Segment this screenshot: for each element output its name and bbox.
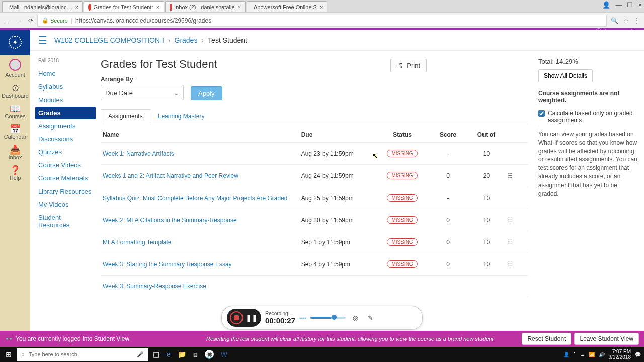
coursenav-item[interactable]: Home xyxy=(35,67,96,80)
breadcrumb-course[interactable]: W102 COLLEGE COMPOSITION I xyxy=(54,36,164,44)
col-due[interactable]: Due xyxy=(299,127,376,143)
outof-cell: 10 xyxy=(467,209,506,231)
score-cell: - xyxy=(429,143,467,165)
nav-inbox[interactable]: 📥Inbox xyxy=(0,141,30,162)
reset-student-button[interactable]: Reset Student xyxy=(522,333,571,345)
coursenav-item[interactable]: Course Videos xyxy=(35,159,96,171)
close-window-icon[interactable]: × xyxy=(638,1,642,9)
avatar-icon xyxy=(9,59,21,71)
tray-volume-icon[interactable]: 🔊 xyxy=(599,352,605,357)
reload-icon[interactable]: ⟳ xyxy=(28,17,33,24)
task-view-icon[interactable]: ◫ xyxy=(153,350,159,358)
print-button[interactable]: 🖨Print xyxy=(390,59,427,72)
table-row: Week 2: MLA Citations in the Summary-Res… xyxy=(101,209,528,231)
taskbar-search[interactable]: ○ Type here to search 🎤 xyxy=(17,348,148,361)
record-pause-button[interactable]: ❚❚ xyxy=(245,311,258,324)
tab-learning-mastery[interactable]: Learning Mastery xyxy=(150,109,212,123)
microphone-icon[interactable]: 🎤 xyxy=(137,351,144,358)
browser-tab[interactable]: Apowersoft Free Online S× xyxy=(247,1,327,12)
tray-notifications-icon[interactable]: 💬 xyxy=(635,352,641,357)
details-icon[interactable]: ☵ xyxy=(507,239,513,246)
tray-wifi-icon[interactable]: 📶 xyxy=(589,352,595,357)
browser-tab[interactable]: Mail - ndaniels@lorainc…× xyxy=(2,1,83,12)
col-outof[interactable]: Out of xyxy=(467,127,506,143)
nav-calendar[interactable]: 📅Calendar xyxy=(0,121,30,141)
outof-cell xyxy=(467,276,506,297)
nav-dashboard[interactable]: ⊙Dashboard xyxy=(0,79,30,100)
select-value: Due Date xyxy=(105,89,133,97)
details-icon[interactable]: ☵ xyxy=(507,172,513,179)
arrange-by-select[interactable]: Due Date ⌄ xyxy=(101,85,184,100)
hamburger-icon[interactable]: ☰ xyxy=(38,34,47,46)
coursenav-item[interactable]: Quizzes xyxy=(35,146,96,158)
maximize-icon[interactable]: ☐ xyxy=(627,1,633,9)
coursenav-item[interactable]: Discussions xyxy=(35,133,96,145)
coursenav-item[interactable]: Grades xyxy=(35,107,96,119)
assignment-link[interactable]: Weeks 1 and 2: Artifact Narrative and Pe… xyxy=(103,172,238,179)
file-explorer-icon[interactable]: 📁 xyxy=(178,350,186,358)
assignment-link[interactable]: Week 3: Starting the Summary Response Es… xyxy=(103,261,232,268)
tray-cloud-icon[interactable]: ☁ xyxy=(580,352,585,357)
close-icon[interactable]: × xyxy=(75,4,78,10)
table-row: Week 3: Starting the Summary Response Es… xyxy=(101,253,528,276)
assignment-link[interactable]: Week 2: MLA Citations in the Summary-Res… xyxy=(103,217,237,224)
coursenav-item[interactable]: Modules xyxy=(35,94,96,106)
dropbox-icon[interactable]: ⧈ xyxy=(193,350,198,359)
tab-assignments[interactable]: Assignments xyxy=(101,109,150,123)
details-icon[interactable]: ☵ xyxy=(507,217,513,224)
coursenav-item[interactable]: Assignments xyxy=(35,120,96,132)
close-icon[interactable]: × xyxy=(156,4,159,10)
breadcrumb-grades[interactable]: Grades xyxy=(175,36,198,44)
word-icon[interactable]: W xyxy=(221,350,227,358)
tray-up-icon[interactable]: ˄ xyxy=(573,352,576,357)
user-icon[interactable]: 👤 xyxy=(602,1,610,9)
leave-student-view-button[interactable]: Leave Student View xyxy=(574,333,639,345)
coursenav-item[interactable]: Course Materials xyxy=(35,172,96,185)
url-field[interactable]: 🔒 Secure | https://canvas.lorainccc.edu/… xyxy=(37,15,607,27)
browser-tab[interactable]: Inbox (2) - danielsnatalie× xyxy=(165,1,246,12)
forward-icon: → xyxy=(16,17,22,24)
menu-icon[interactable]: ⋮ xyxy=(634,17,640,24)
calc-only-graded-checkbox[interactable]: Calculate based only on graded assignmen… xyxy=(538,108,639,126)
nav-courses[interactable]: 📖Courses xyxy=(0,100,30,121)
minimize-icon[interactable]: — xyxy=(615,1,622,9)
outof-cell: 20 xyxy=(467,165,506,187)
coursenav-item[interactable]: Student Resources xyxy=(35,211,96,231)
coursenav-item[interactable]: Library Resources xyxy=(35,185,96,198)
recorder-toolbar[interactable]: ❚❚ Recording... 00:00:27 ▪▪▪▪ ◎ ✎ xyxy=(221,306,423,330)
coursenav-item[interactable]: My Videos xyxy=(35,198,96,211)
nav-account[interactable]: Account xyxy=(0,55,30,79)
close-icon[interactable]: × xyxy=(238,4,241,10)
print-icon: 🖨 xyxy=(397,62,404,69)
browser-tab[interactable]: Grades for Test Student:× xyxy=(84,1,164,12)
zoom-icon[interactable]: 🔍 xyxy=(611,17,618,24)
col-score[interactable]: Score xyxy=(429,127,467,143)
assignment-link[interactable]: Week 1: Narrative Artifacts xyxy=(103,150,174,157)
bookmark-icon[interactable]: ☆ xyxy=(623,17,629,24)
close-icon[interactable]: × xyxy=(320,4,323,10)
show-all-details-button[interactable]: Show All Details xyxy=(538,69,593,82)
record-stop-button[interactable] xyxy=(230,311,243,324)
assignment-link[interactable]: MLA Formatting Template xyxy=(103,239,172,246)
start-button[interactable]: ⊞ xyxy=(0,350,17,358)
canvas-logo[interactable]: ✦ xyxy=(0,30,30,55)
canvas-global-nav: ✦ Account ⊙Dashboard 📖Courses 📅Calendar … xyxy=(0,30,30,333)
details-icon[interactable]: ☵ xyxy=(507,261,513,268)
col-status[interactable]: Status xyxy=(375,127,429,143)
coursenav-item[interactable]: Syllabus xyxy=(35,80,96,93)
apply-button[interactable]: Apply xyxy=(191,86,222,100)
chrome-icon[interactable]: ◉ xyxy=(205,350,214,359)
assignment-link[interactable]: Week 3: Summary-Response Exercise xyxy=(103,283,206,290)
checkbox-input[interactable] xyxy=(538,110,545,117)
recorder-pencil-icon[interactable]: ✎ xyxy=(365,312,376,323)
recorder-volume-slider[interactable] xyxy=(310,317,346,319)
tray-clock[interactable]: 7:07 PM 9/12/2018 xyxy=(609,349,631,360)
recorder-camera-icon[interactable]: ◎ xyxy=(350,312,361,323)
nav-help[interactable]: ❓Help xyxy=(0,162,30,183)
assignment-link[interactable]: Syllabus Quiz: Must Complete Before Any … xyxy=(103,195,288,202)
back-icon[interactable]: ← xyxy=(4,17,10,24)
missing-badge: MISSING xyxy=(387,150,417,157)
col-name[interactable]: Name xyxy=(101,127,299,143)
tray-people-icon[interactable]: 👤 xyxy=(563,352,569,357)
edge-icon[interactable]: e xyxy=(167,350,171,358)
